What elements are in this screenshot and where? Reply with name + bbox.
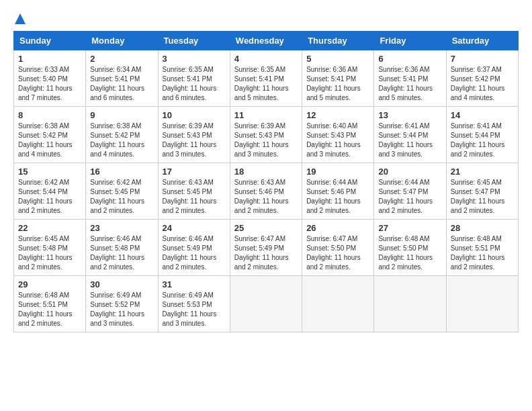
day-info: Sunrise: 6:46 AMSunset: 5:49 PMDaylight:… <box>163 235 217 271</box>
day-number: 12 <box>306 110 369 120</box>
day-cell-16: 16 Sunrise: 6:42 AMSunset: 5:45 PMDaylig… <box>86 163 158 220</box>
day-info: Sunrise: 6:37 AMSunset: 5:42 PMDaylight:… <box>451 66 505 101</box>
weekday-header-row: SundayMondayTuesdayWednesdayThursdayFrid… <box>14 32 519 50</box>
calendar-week-2: 8 Sunrise: 6:38 AMSunset: 5:42 PMDayligh… <box>14 107 519 163</box>
day-number: 23 <box>90 223 153 233</box>
day-cell-31: 31 Sunrise: 6:49 AMSunset: 5:53 PMDaylig… <box>158 276 230 332</box>
day-cell-7: 7 Sunrise: 6:37 AMSunset: 5:42 PMDayligh… <box>446 50 518 107</box>
day-number: 6 <box>378 54 441 64</box>
day-info: Sunrise: 6:42 AMSunset: 5:45 PMDaylight:… <box>90 179 144 214</box>
day-number: 13 <box>378 110 441 120</box>
logo <box>13 13 26 24</box>
day-info: Sunrise: 6:35 AMSunset: 5:41 PMDaylight:… <box>234 66 289 101</box>
day-number: 27 <box>378 223 441 233</box>
day-number: 5 <box>306 54 369 64</box>
day-number: 16 <box>90 167 153 177</box>
day-number: 28 <box>451 223 514 233</box>
day-number: 11 <box>234 110 298 120</box>
day-info: Sunrise: 6:49 AMSunset: 5:53 PMDaylight:… <box>163 291 217 327</box>
day-info: Sunrise: 6:48 AMSunset: 5:51 PMDaylight:… <box>451 235 505 271</box>
day-cell-14: 14 Sunrise: 6:41 AMSunset: 5:44 PMDaylig… <box>446 107 518 163</box>
day-cell-30: 30 Sunrise: 6:49 AMSunset: 5:52 PMDaylig… <box>86 276 158 332</box>
day-info: Sunrise: 6:34 AMSunset: 5:41 PMDaylight:… <box>90 66 144 101</box>
day-info: Sunrise: 6:38 AMSunset: 5:42 PMDaylight:… <box>90 122 144 158</box>
day-info: Sunrise: 6:48 AMSunset: 5:51 PMDaylight:… <box>18 291 73 327</box>
day-number: 15 <box>18 167 81 177</box>
day-number: 8 <box>18 110 81 120</box>
day-number: 10 <box>163 110 226 120</box>
day-cell-24: 24 Sunrise: 6:46 AMSunset: 5:49 PMDaylig… <box>158 220 230 276</box>
day-cell-27: 27 Sunrise: 6:48 AMSunset: 5:50 PMDaylig… <box>374 220 446 276</box>
day-info: Sunrise: 6:44 AMSunset: 5:46 PMDaylight:… <box>306 179 361 214</box>
day-number: 7 <box>451 54 514 64</box>
day-info: Sunrise: 6:43 AMSunset: 5:45 PMDaylight:… <box>163 179 217 214</box>
day-number: 17 <box>163 167 226 177</box>
day-info: Sunrise: 6:39 AMSunset: 5:43 PMDaylight:… <box>234 122 289 158</box>
day-cell-28: 28 Sunrise: 6:48 AMSunset: 5:51 PMDaylig… <box>446 220 518 276</box>
logo-triangle-icon <box>15 13 26 24</box>
day-info: Sunrise: 6:42 AMSunset: 5:44 PMDaylight:… <box>18 179 73 214</box>
day-info: Sunrise: 6:46 AMSunset: 5:48 PMDaylight:… <box>90 235 144 271</box>
weekday-header-tuesday: Tuesday <box>158 32 230 50</box>
svg-marker-0 <box>15 13 26 24</box>
day-cell-26: 26 Sunrise: 6:47 AMSunset: 5:50 PMDaylig… <box>302 220 374 276</box>
day-info: Sunrise: 6:44 AMSunset: 5:47 PMDaylight:… <box>378 179 433 214</box>
weekday-header-sunday: Sunday <box>14 32 86 50</box>
page-header <box>13 13 519 24</box>
day-cell-18: 18 Sunrise: 6:43 AMSunset: 5:46 PMDaylig… <box>230 163 302 220</box>
day-number: 2 <box>90 54 153 64</box>
day-info: Sunrise: 6:43 AMSunset: 5:46 PMDaylight:… <box>234 179 289 214</box>
day-number: 19 <box>306 167 369 177</box>
day-cell-3: 3 Sunrise: 6:35 AMSunset: 5:41 PMDayligh… <box>158 50 230 107</box>
day-info: Sunrise: 6:48 AMSunset: 5:50 PMDaylight:… <box>378 235 433 271</box>
day-cell-10: 10 Sunrise: 6:39 AMSunset: 5:43 PMDaylig… <box>158 107 230 163</box>
calendar-week-3: 15 Sunrise: 6:42 AMSunset: 5:44 PMDaylig… <box>14 163 519 220</box>
day-info: Sunrise: 6:39 AMSunset: 5:43 PMDaylight:… <box>163 122 217 158</box>
calendar-week-5: 29 Sunrise: 6:48 AMSunset: 5:51 PMDaylig… <box>14 276 519 332</box>
day-number: 21 <box>451 167 514 177</box>
empty-cell <box>374 276 446 332</box>
day-cell-6: 6 Sunrise: 6:36 AMSunset: 5:41 PMDayligh… <box>374 50 446 107</box>
day-info: Sunrise: 6:36 AMSunset: 5:41 PMDaylight:… <box>306 66 361 101</box>
day-cell-20: 20 Sunrise: 6:44 AMSunset: 5:47 PMDaylig… <box>374 163 446 220</box>
calendar-table: SundayMondayTuesdayWednesdayThursdayFrid… <box>13 31 519 332</box>
day-number: 20 <box>378 167 441 177</box>
day-number: 30 <box>90 279 153 289</box>
calendar-week-4: 22 Sunrise: 6:45 AMSunset: 5:48 PMDaylig… <box>14 220 519 276</box>
day-cell-1: 1 Sunrise: 6:33 AMSunset: 5:40 PMDayligh… <box>14 50 86 107</box>
calendar-week-1: 1 Sunrise: 6:33 AMSunset: 5:40 PMDayligh… <box>14 50 519 107</box>
day-cell-2: 2 Sunrise: 6:34 AMSunset: 5:41 PMDayligh… <box>86 50 158 107</box>
day-info: Sunrise: 6:35 AMSunset: 5:41 PMDaylight:… <box>163 66 217 101</box>
day-cell-23: 23 Sunrise: 6:46 AMSunset: 5:48 PMDaylig… <box>86 220 158 276</box>
day-info: Sunrise: 6:47 AMSunset: 5:50 PMDaylight:… <box>306 235 361 271</box>
day-cell-22: 22 Sunrise: 6:45 AMSunset: 5:48 PMDaylig… <box>14 220 86 276</box>
day-number: 14 <box>451 110 514 120</box>
weekday-header-saturday: Saturday <box>446 32 518 50</box>
day-cell-15: 15 Sunrise: 6:42 AMSunset: 5:44 PMDaylig… <box>14 163 86 220</box>
day-info: Sunrise: 6:41 AMSunset: 5:44 PMDaylight:… <box>451 122 505 158</box>
day-cell-29: 29 Sunrise: 6:48 AMSunset: 5:51 PMDaylig… <box>14 276 86 332</box>
empty-cell <box>302 276 374 332</box>
empty-cell <box>230 276 302 332</box>
weekday-header-wednesday: Wednesday <box>230 32 302 50</box>
day-cell-11: 11 Sunrise: 6:39 AMSunset: 5:43 PMDaylig… <box>230 107 302 163</box>
day-info: Sunrise: 6:41 AMSunset: 5:44 PMDaylight:… <box>378 122 433 158</box>
day-cell-8: 8 Sunrise: 6:38 AMSunset: 5:42 PMDayligh… <box>14 107 86 163</box>
day-number: 25 <box>234 223 298 233</box>
weekday-header-thursday: Thursday <box>302 32 374 50</box>
day-info: Sunrise: 6:49 AMSunset: 5:52 PMDaylight:… <box>90 291 144 327</box>
day-number: 22 <box>18 223 81 233</box>
day-number: 31 <box>163 279 226 289</box>
day-info: Sunrise: 6:45 AMSunset: 5:48 PMDaylight:… <box>18 235 73 271</box>
day-cell-17: 17 Sunrise: 6:43 AMSunset: 5:45 PMDaylig… <box>158 163 230 220</box>
day-info: Sunrise: 6:36 AMSunset: 5:41 PMDaylight:… <box>378 66 433 101</box>
weekday-header-monday: Monday <box>86 32 158 50</box>
day-cell-4: 4 Sunrise: 6:35 AMSunset: 5:41 PMDayligh… <box>230 50 302 107</box>
day-cell-19: 19 Sunrise: 6:44 AMSunset: 5:46 PMDaylig… <box>302 163 374 220</box>
day-number: 4 <box>234 54 298 64</box>
weekday-header-friday: Friday <box>374 32 446 50</box>
day-cell-21: 21 Sunrise: 6:45 AMSunset: 5:47 PMDaylig… <box>446 163 518 220</box>
day-number: 24 <box>163 223 226 233</box>
day-number: 3 <box>163 54 226 64</box>
day-number: 29 <box>18 279 81 289</box>
